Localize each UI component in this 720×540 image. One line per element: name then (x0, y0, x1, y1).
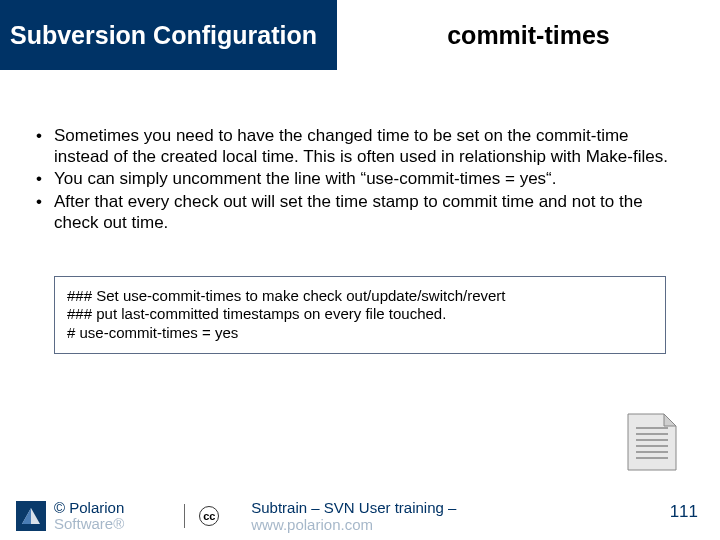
bullet-text: Sometimes you need to have the changed t… (54, 126, 688, 167)
slide-title: commit-times (447, 21, 610, 50)
code-line: ### put last-committed timestamps on eve… (67, 305, 653, 324)
slide-content: • Sometimes you need to have the changed… (0, 70, 720, 354)
bullet-icon: • (32, 126, 54, 167)
cc-license-icon: cc (199, 506, 219, 526)
code-line: ### Set use-commit-times to make check o… (67, 287, 653, 306)
bullet-text: You can simply uncomment the line with “… (54, 169, 688, 190)
page-number: 111 (670, 502, 698, 522)
copyright-line1: © Polarion (54, 500, 124, 516)
header-left: Subversion Configuration (0, 0, 337, 70)
svg-marker-1 (664, 414, 676, 426)
copyright-text: © Polarion Software® (54, 500, 124, 532)
divider (184, 504, 185, 528)
polarion-logo-icon (16, 501, 46, 531)
bullet-text: After that every check out will set the … (54, 192, 688, 233)
bullet-icon: • (32, 192, 54, 233)
config-snippet-box: ### Set use-commit-times to make check o… (54, 276, 666, 354)
training-line1: Subtrain – SVN User training – (251, 499, 456, 516)
document-icon (624, 412, 680, 476)
training-line2: www.polarion.com (251, 516, 456, 533)
slide-header: Subversion Configuration commit-times (0, 0, 720, 70)
code-line: # use-commit-times = yes (67, 324, 653, 343)
list-item: • Sometimes you need to have the changed… (32, 126, 688, 167)
list-item: • After that every check out will set th… (32, 192, 688, 233)
slide: Subversion Configuration commit-times • … (0, 0, 720, 540)
slide-footer: © Polarion Software® cc Subtrain – SVN U… (0, 492, 720, 540)
header-right: commit-times (337, 0, 720, 70)
bullet-icon: • (32, 169, 54, 190)
training-text: Subtrain – SVN User training – www.polar… (251, 499, 456, 533)
copyright-line2: Software® (54, 516, 124, 532)
header-category: Subversion Configuration (10, 21, 317, 50)
bullet-list: • Sometimes you need to have the changed… (32, 126, 688, 234)
list-item: • You can simply uncomment the line with… (32, 169, 688, 190)
